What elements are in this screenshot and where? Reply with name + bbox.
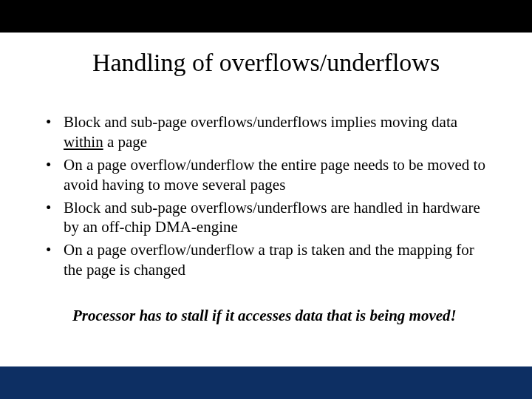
list-item: On a page overflow/underflow the entire … <box>43 155 489 195</box>
top-bar <box>0 0 532 33</box>
slide-content: Block and sub-page overflows/underflows … <box>43 112 489 325</box>
bullet-text-post: a page <box>103 133 147 151</box>
slide-title: Handling of overflows/underflows <box>0 49 532 77</box>
bottom-bar <box>0 366 532 399</box>
bullet-text-pre: Block and sub-page overflows/underflows … <box>64 113 457 131</box>
bullet-text-pre: On a page overflow/underflow a trap is t… <box>64 241 474 279</box>
slide-footnote: Processor has to stall if it accesses da… <box>72 307 460 325</box>
bullet-list: Block and sub-page overflows/underflows … <box>43 112 489 280</box>
list-item: Block and sub-page overflows/underflows … <box>43 112 489 152</box>
list-item: On a page overflow/underflow a trap is t… <box>43 240 489 280</box>
bullet-text-pre: Block and sub-page overflows/underflows … <box>64 199 480 236</box>
bullet-text-underline: within <box>64 133 103 151</box>
bullet-text-pre: On a page overflow/underflow the entire … <box>64 156 485 194</box>
list-item: Block and sub-page overflows/underflows … <box>43 198 489 238</box>
